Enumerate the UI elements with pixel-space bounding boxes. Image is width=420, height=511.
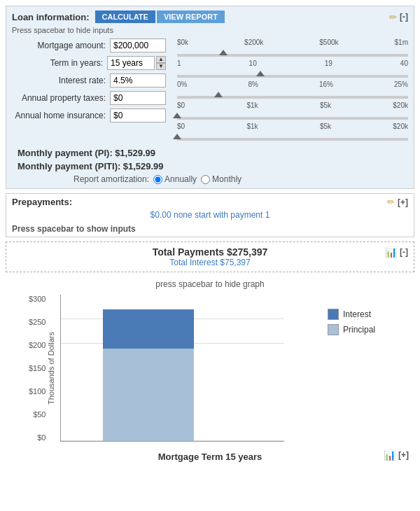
loan-title: Loan information: (12, 12, 90, 22)
term-slider-thumb[interactable] (256, 71, 265, 76)
prepayments-title: Prepayments: (12, 197, 72, 207)
totals-header: Total Payments $275,397 📊 [-] (12, 246, 408, 258)
total-interest: Total Interest $75,397 (12, 258, 408, 267)
insurance-slider-row: $0 $1k $5k $20k (177, 122, 408, 141)
mortgage-slider-track[interactable] (177, 54, 408, 57)
rate-slider-track[interactable] (177, 96, 408, 99)
chart-footer-chart-icon[interactable]: 📊 (384, 449, 396, 461)
totals-section: Total Payments $275,397 📊 [-] Total Inte… (6, 241, 414, 272)
insurance-row: Annual home insurance: (12, 108, 166, 122)
legend-principal-label: Principal (343, 325, 375, 335)
legend-interest-label: Interest (343, 309, 371, 319)
term-spinner: ▲ ▼ (156, 56, 166, 70)
amortization-annually-radio[interactable] (153, 175, 162, 184)
chart-inner: Interest Principal (60, 295, 284, 442)
bar-interest (103, 309, 194, 349)
bar-container (103, 295, 194, 441)
rate-slider-thumb[interactable] (214, 92, 223, 97)
press-hint-hide: Press spacebar to hide inputs (12, 26, 408, 34)
chart-footer-icons: 📊 [+] (262, 449, 409, 461)
amortization-label: Report amortization: (74, 174, 149, 184)
monthly-pi-label: Monthly payment (PI): (18, 148, 113, 158)
mortgage-label: Mortgage amount: (38, 41, 106, 50)
sliders-area: $0k $200k $500k $1m 1 10 19 40 (172, 38, 408, 144)
mortgage-row: Mortgage amount: (12, 38, 166, 52)
taxes-slider-track[interactable] (177, 117, 408, 120)
monthly-piti-value: $1,529.99 (123, 161, 164, 172)
legend-interest: Interest (328, 309, 375, 320)
monthly-piti-label: Monthly payment (PITI): (18, 161, 120, 172)
monthly-pi-value: $1,529.99 (115, 148, 155, 158)
prepayments-expand-icon[interactable]: [+] (398, 197, 408, 207)
prepayments-value: $0.00 none start with payment 1 (12, 207, 408, 223)
taxes-slider-labels: $0 $1k $5k $20k (177, 102, 408, 109)
amortization-monthly-option[interactable]: Monthly (201, 174, 241, 184)
insurance-input[interactable] (110, 108, 166, 122)
chart-hint: press spacebar to hide graph (11, 279, 409, 289)
chart-footer: Mortgage Term 15 years 📊 [+] (11, 447, 409, 462)
mortgage-slider-thumb[interactable] (219, 50, 227, 55)
main-container: Loan information: CALCULATE VIEW REPORT … (0, 0, 420, 470)
amortization-monthly-radio[interactable] (201, 175, 210, 184)
mortgage-input[interactable] (110, 38, 166, 52)
chart-footer-expand-icon[interactable]: [+] (398, 450, 409, 460)
legend-principal: Principal (328, 324, 375, 335)
rate-label: Interest rate: (59, 76, 106, 85)
insurance-slider-labels: $0 $1k $5k $20k (177, 122, 408, 130)
taxes-slider-thumb[interactable] (173, 113, 181, 118)
totals-chart-icon[interactable]: 📊 (385, 246, 397, 258)
loan-header: Loan information: CALCULATE VIEW REPORT … (12, 10, 408, 23)
totals-icons: 📊 [-] (267, 246, 408, 258)
amortization-monthly-label: Monthly (212, 174, 241, 184)
taxes-input[interactable] (110, 91, 166, 105)
y-ticks: $300 $250 $200 $150 $100 $50 $0 (29, 295, 46, 442)
bar-principal (103, 349, 194, 441)
legend-principal-swatch (328, 324, 339, 335)
loan-inputs-area: Mortgage amount: Term in years: ▲ ▼ Inte… (12, 38, 408, 144)
term-slider-row: 1 10 19 40 (177, 59, 408, 78)
totals-collapse-icon[interactable]: [-] (400, 247, 408, 257)
insurance-slider-thumb[interactable] (173, 134, 181, 139)
rate-row: Interest rate: (12, 74, 166, 88)
term-input-wrap: ▲ ▼ (107, 56, 166, 70)
totals-title: Total Payments $275,397 (153, 246, 268, 258)
rate-input[interactable] (110, 74, 166, 88)
amortization-row: Report amortization: Annually Monthly (18, 174, 408, 184)
taxes-slider-row: $0 $1k $5k $20k (177, 102, 408, 120)
term-slider-labels: 1 10 19 40 (177, 59, 408, 67)
term-label: Term in years: (50, 58, 103, 68)
prepayments-section: Prepayments: ✏ [+] $0.00 none start with… (6, 193, 414, 237)
taxes-label: Annual property taxes: (22, 93, 106, 103)
term-up-button[interactable]: ▲ (156, 56, 166, 63)
prepayments-header: Prepayments: ✏ [+] (12, 197, 408, 207)
term-row: Term in years: ▲ ▼ (12, 56, 166, 70)
rate-slider-labels: 0% 8% 16% 25% (177, 80, 408, 88)
rate-slider-row: 0% 8% 16% 25% (177, 80, 408, 99)
amortization-annually-option[interactable]: Annually (153, 174, 197, 184)
prepayments-icons: ✏ [+] (387, 197, 408, 207)
chart-legend: Interest Principal (328, 309, 375, 335)
y-axis-label: Thousands of Dollars (47, 332, 55, 405)
calculate-button[interactable]: CALCULATE (95, 10, 155, 23)
loan-section: Loan information: CALCULATE VIEW REPORT … (6, 6, 414, 189)
taxes-row: Annual property taxes: (12, 91, 166, 105)
insurance-slider-track[interactable] (177, 138, 408, 141)
mortgage-slider-row: $0k $200k $500k $1m (177, 38, 408, 57)
view-report-button[interactable]: VIEW REPORT (157, 10, 225, 23)
collapse-icon[interactable]: [-] (400, 12, 408, 22)
prepayments-edit-icon[interactable]: ✏ (387, 197, 395, 207)
loan-header-icons: ✏ [-] (389, 12, 408, 22)
loan-form: Mortgage amount: Term in years: ▲ ▼ Inte… (12, 38, 166, 144)
chart-x-label: Mortgage Term 15 years (158, 451, 262, 462)
term-slider-track[interactable] (177, 75, 408, 78)
edit-icon[interactable]: ✏ (389, 12, 397, 22)
amortization-annually-label: Annually (164, 174, 197, 184)
legend-interest-swatch (328, 309, 339, 320)
term-input[interactable] (107, 56, 155, 70)
monthly-pi-row: Monthly payment (PI): $1,529.99 (18, 148, 408, 158)
term-down-button[interactable]: ▼ (156, 63, 166, 70)
chart-section: press spacebar to hide graph Thousands o… (6, 276, 414, 465)
monthly-piti-row: Monthly payment (PITI): $1,529.99 (18, 161, 408, 172)
mortgage-slider-labels: $0k $200k $500k $1m (177, 38, 408, 46)
payment-results: Monthly payment (PI): $1,529.99 Monthly … (12, 148, 408, 184)
